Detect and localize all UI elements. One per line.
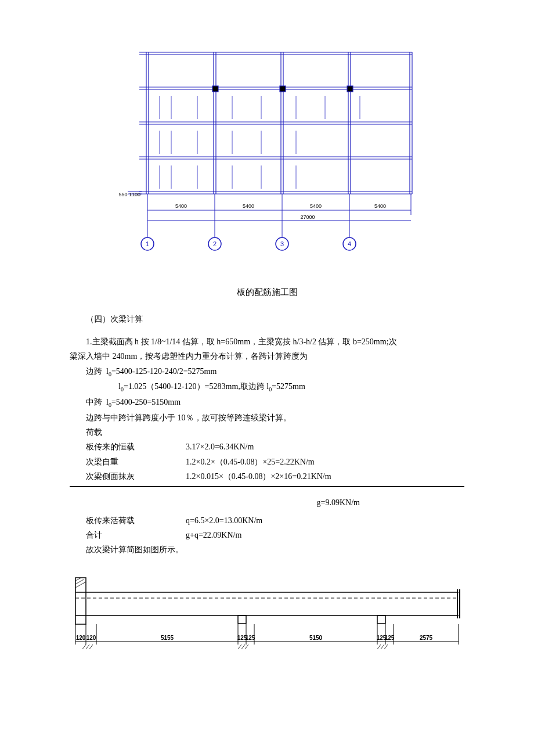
axis-4-label: 4 bbox=[348, 240, 351, 247]
span-2-label: 5400 bbox=[243, 203, 254, 209]
load-label-4: 板传来活荷载 bbox=[70, 513, 186, 528]
span-4-label: 5400 bbox=[374, 203, 386, 209]
load-value-5: g+q=22.09KN/m bbox=[186, 528, 464, 542]
section-4-title: （四）次梁计算 bbox=[70, 312, 464, 326]
beam-dim-6: 5150 bbox=[309, 635, 323, 641]
svg-line-84 bbox=[377, 645, 381, 649]
svg-line-62 bbox=[75, 582, 86, 588]
line-4: 中跨 l0=5400-250=5150mm bbox=[70, 395, 464, 411]
line-final: 故次梁计算简图如图所示。 bbox=[70, 542, 464, 557]
svg-line-78 bbox=[82, 645, 86, 649]
axis-2-label: 2 bbox=[213, 240, 217, 247]
line-5: 边跨与中跨计算跨度小于 10％，故可按等跨连续梁计算。 bbox=[70, 411, 464, 425]
svg-rect-63 bbox=[238, 615, 246, 624]
line-1b: 梁深入墙中 240mm，按考虑塑性内力重分布计算，各跨计算跨度为 bbox=[70, 349, 464, 363]
figure-caption-1: 板的配筋施工图 bbox=[70, 285, 464, 300]
line-3-rest: =1.025（5400-12-120）=5283mm,取边跨 l bbox=[124, 382, 269, 391]
load-label-3: 次梁侧面抹灰 bbox=[70, 469, 186, 484]
beam-dim-1: 120 bbox=[76, 635, 86, 641]
line-4-label: 中跨 bbox=[86, 398, 102, 406]
load-label-5: 合计 bbox=[70, 528, 186, 542]
load-value-1: 3.17×2.0=6.34KN/m bbox=[186, 440, 464, 454]
beam-dim-2: 120 bbox=[86, 635, 96, 641]
line-3-rest2: =5275mm bbox=[272, 382, 305, 391]
load-row-4: 板传来活荷载 q=6.5×2.0=13.00KN/m bbox=[70, 513, 464, 528]
line-2-label: 边跨 bbox=[86, 367, 102, 376]
axis-3-label: 3 bbox=[280, 240, 284, 247]
divider bbox=[70, 486, 464, 487]
beam-dim-3: 5155 bbox=[161, 635, 174, 641]
svg-rect-20 bbox=[212, 86, 218, 92]
beam-dim-5: 125 bbox=[246, 635, 255, 641]
load-row-3: 次梁侧面抹灰 1.2×0.015×（0.45-0.08）×2×16=0.21KN… bbox=[70, 469, 464, 484]
svg-line-81 bbox=[238, 645, 241, 649]
left-dim-1: 550 bbox=[118, 192, 127, 197]
line-4-rest: =5400-250=5150mm bbox=[111, 398, 181, 406]
beam-dim-8: 125 bbox=[385, 635, 395, 641]
svg-rect-22 bbox=[347, 86, 353, 92]
g-total: g=9.09KN/m bbox=[70, 495, 464, 510]
line-3: l0=1.025（5400-12-120）=5283mm,取边跨 l0=5275… bbox=[70, 379, 464, 395]
line-6: 荷载 bbox=[70, 425, 464, 440]
load-value-2: 1.2×0.2×（0.45-0.08）×25=2.22KN/m bbox=[186, 455, 464, 469]
load-value-4: q=6.5×2.0=13.00KN/m bbox=[186, 513, 464, 528]
reinforcement-plan-figure: 5400 5400 5400 5400 27000 550 1100 1 2 3… bbox=[70, 46, 464, 267]
svg-line-86 bbox=[384, 645, 388, 649]
total-width-label: 27000 bbox=[300, 214, 315, 220]
load-label-2: 次梁自重 bbox=[70, 455, 186, 469]
plan-svg: 5400 5400 5400 5400 27000 550 1100 1 2 3… bbox=[116, 46, 418, 267]
load-value-3: 1.2×0.015×（0.45-0.08）×2×16=0.21KN/m bbox=[186, 469, 464, 484]
beam-dim-9: 2575 bbox=[420, 635, 433, 641]
load-row-5: 合计 g+q=22.09KN/m bbox=[70, 528, 464, 542]
span-1-label: 5400 bbox=[175, 203, 187, 209]
svg-rect-21 bbox=[280, 86, 286, 92]
axis-1-label: 1 bbox=[146, 240, 149, 247]
left-dim-2: 1100 bbox=[129, 192, 140, 197]
line-2-rest: =5400-125-120-240/2=5275mm bbox=[111, 367, 217, 376]
line-1a: 1.主梁截面高 h 按 1/8~1/14 估算，取 h=650mm，主梁宽按 h… bbox=[70, 334, 464, 349]
svg-rect-64 bbox=[377, 615, 385, 624]
svg-line-80 bbox=[89, 645, 93, 649]
svg-line-85 bbox=[381, 645, 384, 649]
load-row-2: 次梁自重 1.2×0.2×（0.45-0.08）×25=2.22KN/m bbox=[70, 455, 464, 469]
load-label-1: 板传来的恒载 bbox=[70, 440, 186, 454]
svg-line-82 bbox=[241, 645, 245, 649]
svg-line-83 bbox=[245, 645, 248, 649]
line-2: 边跨 l0=5400-125-120-240/2=5275mm bbox=[70, 364, 464, 380]
beam-svg: 120 120 5155 125 125 5150 125 125 2575 bbox=[70, 575, 464, 656]
load-row-1: 板传来的恒载 3.17×2.0=6.34KN/m bbox=[70, 440, 464, 454]
span-3-label: 5400 bbox=[310, 203, 322, 209]
beam-diagram-figure: 120 120 5155 125 125 5150 125 125 2575 bbox=[70, 575, 464, 656]
svg-line-79 bbox=[86, 645, 89, 649]
